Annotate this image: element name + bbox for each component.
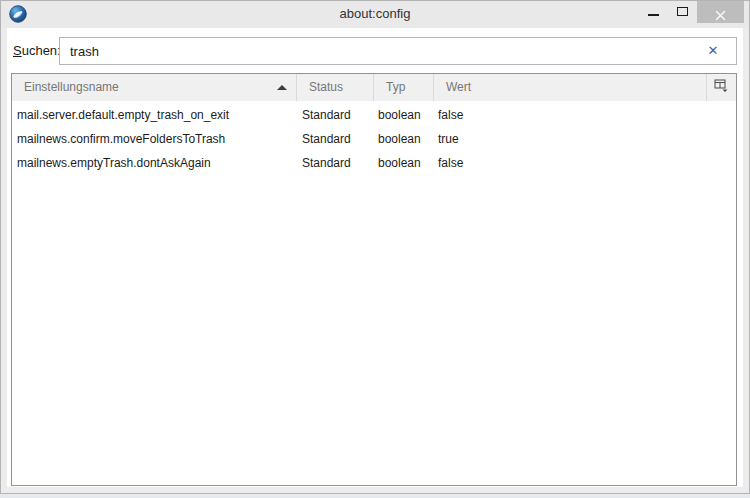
pref-type: boolean (374, 127, 434, 151)
pref-name: mailnews.confirm.moveFoldersToTrash (12, 127, 297, 151)
column-header-label: Wert (446, 80, 471, 94)
column-header-wert[interactable]: Wert (434, 74, 707, 101)
pref-name: mail.server.default.empty_trash_on_exit (12, 103, 297, 127)
table-row[interactable]: mailnews.confirm.moveFoldersToTrash Stan… (12, 127, 736, 151)
pref-status: Standard (297, 127, 374, 151)
preferences-table: Einstellungsname Status Typ Wert (11, 73, 737, 486)
column-picker-button[interactable] (707, 74, 736, 101)
minimize-icon (648, 14, 659, 16)
column-header-einstellungsname[interactable]: Einstellungsname (12, 74, 297, 101)
search-label-accesskey: S (13, 43, 22, 58)
pref-status: Standard (297, 151, 374, 175)
search-label-rest: uchen: (22, 43, 61, 58)
table-row[interactable]: mail.server.default.empty_trash_on_exit … (12, 103, 736, 127)
close-button[interactable] (697, 1, 744, 23)
table-row[interactable]: mailnews.emptyTrash.dontAskAgain Standar… (12, 151, 736, 175)
pref-type: boolean (374, 151, 434, 175)
window-controls (639, 1, 744, 23)
about-config-window: about:config Suchen: ✕ (0, 0, 750, 494)
search-input[interactable] (59, 37, 737, 65)
pref-value: false (434, 151, 736, 175)
pref-name: mailnews.emptyTrash.dontAskAgain (12, 151, 297, 175)
column-header-status[interactable]: Status (297, 74, 374, 101)
maximize-icon (677, 7, 688, 16)
minimize-button[interactable] (639, 1, 668, 23)
maximize-button[interactable] (668, 1, 697, 23)
close-icon (715, 7, 726, 25)
search-bar: Suchen: ✕ (7, 37, 743, 65)
column-header-label: Status (309, 80, 343, 94)
search-label: Suchen: (13, 37, 61, 65)
pref-type: boolean (374, 103, 434, 127)
titlebar[interactable]: about:config (1, 1, 749, 28)
column-header-typ[interactable]: Typ (374, 74, 434, 101)
pref-status: Standard (297, 103, 374, 127)
window-title: about:config (1, 1, 749, 28)
column-header-label: Typ (386, 80, 405, 94)
pref-value: false (434, 103, 736, 127)
client-area: Suchen: ✕ Einstellungsname Status Typ We… (7, 28, 743, 487)
column-picker-icon (714, 75, 729, 101)
table-body: mail.server.default.empty_trash_on_exit … (12, 101, 736, 175)
clear-search-icon[interactable]: ✕ (705, 43, 721, 59)
sort-ascending-icon (277, 85, 287, 90)
pref-value: true (434, 127, 736, 151)
table-header: Einstellungsname Status Typ Wert (12, 74, 736, 101)
column-header-label: Einstellungsname (24, 80, 119, 94)
